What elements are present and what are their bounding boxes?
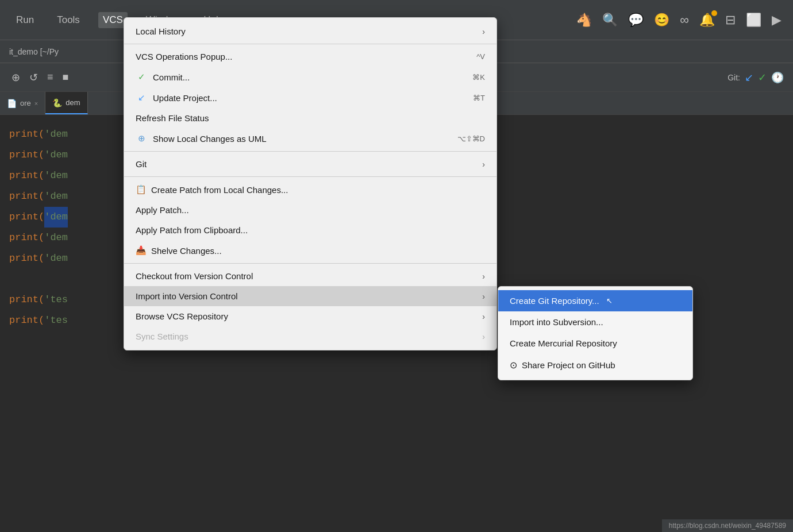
menu-item-refresh[interactable]: Refresh File Status [124,108,496,128]
create-patch-label: Create Patch from Local Changes... [151,185,288,195]
create-mercurial-label: Create Mercurial Repository [510,338,617,348]
menu-item-import-version-control[interactable]: Import into Version Control › Create Git… [124,286,496,306]
search-icon[interactable]: 🔍 [602,13,618,28]
code-keyword: print [9,228,39,248]
code-keyword: print [9,145,39,165]
separator-2 [124,151,496,152]
code-paren: ( [39,310,44,331]
toolbar-icon-1[interactable]: ⊕ [9,69,22,86]
menu-item-vcs-operations[interactable]: VCS Operations Popup... ^V [124,47,496,67]
code-keyword: print [9,165,39,186]
shelve-label: Shelve Changes... [151,246,222,256]
menu-item-shelve[interactable]: 📥 Shelve Changes... [124,240,496,261]
cursor-icon: ↖ [606,296,613,305]
tab-dem-icon: 🐍 [52,98,62,107]
face-icon[interactable]: 😊 [654,13,669,28]
git-label-menu: Git [136,159,147,169]
submenu-item-share-github[interactable]: ⊙ Share Project on GitHub [498,354,692,376]
create-git-label: Create Git Repository... [510,296,599,306]
code-paren: ( [39,290,44,310]
update-arrow-icon: ↙ [136,92,147,103]
menu-item-browse-vcs[interactable]: Browse VCS Repository › [124,306,496,326]
code-keyword: print [9,207,39,228]
menu-item-checkout[interactable]: Checkout from Version Control › [124,266,496,286]
import-svn-label: Import into Subversion... [510,317,603,327]
code-string: 'dem [44,145,68,165]
code-paren: ( [39,145,44,165]
code-line-9: print('tes [9,310,117,331]
menu-item-git[interactable]: Git › [124,154,496,174]
browse-vcs-arrow: › [482,312,485,321]
menu-item-local-history[interactable]: Local History › [124,21,496,41]
refresh-label: Refresh File Status [136,113,209,123]
menu-item-apply-patch[interactable]: Apply Patch... [124,200,496,220]
chat-icon[interactable]: 💬 [628,13,644,28]
layers-icon[interactable]: ⊟ [725,13,736,28]
git-arrow-icon: ↙ [745,71,753,84]
menu-item-sync-settings[interactable]: Sync Settings › [124,326,496,346]
uml-icon: ⊕ [136,133,147,144]
sync-settings-arrow: › [482,332,485,341]
code-string: 'dem [44,165,68,186]
code-paren: ( [39,165,44,186]
toolbar-icon-2[interactable]: ↺ [27,69,40,86]
menu-item-show-uml[interactable]: ⊕ Show Local Changes as UML ⌥⇧⌘D [124,128,496,149]
url-bar: https://blog.csdn.net/weixin_49487589 [662,519,793,532]
import-version-control-label: Import into Version Control [136,291,238,301]
git-check-icon: ✓ [758,71,767,84]
horse-icon[interactable]: 🐴 [576,13,592,28]
code-paren: ( [39,207,44,228]
tab-dem[interactable]: 🐍 dem [45,92,87,114]
menu-item-update-project[interactable]: ↙ Update Project... ⌘T [124,87,496,108]
code-string: 'tes [44,290,68,310]
code-string: 'tes [44,310,68,331]
code-keyword: print [9,186,39,207]
tab-dem-label: dem [66,98,80,107]
github-icon: ⊙ [510,360,517,371]
code-line-blank [9,269,117,290]
code-line-5: print('dem [9,207,117,228]
menu-item-apply-patch-clipboard[interactable]: Apply Patch from Clipboard... [124,220,496,240]
code-keyword: print [9,124,39,145]
code-string-highlight: 'dem [44,207,68,228]
menu-item-commit[interactable]: ✓ Commit... ⌘K [124,67,496,87]
share-github-label: Share Project on GitHub [522,360,615,370]
code-string: 'dem [44,228,68,248]
commit-check-icon: ✓ [136,72,147,82]
import-submenu: Create Git Repository... ↖ Import into S… [498,286,693,380]
checkout-arrow: › [482,272,485,281]
window-icon[interactable]: ⬜ [746,13,761,28]
menu-tools[interactable]: Tools [52,12,84,28]
code-line-4: print('dem [9,186,117,207]
submenu-item-import-svn[interactable]: Import into Subversion... [498,311,692,333]
creative-cloud-icon[interactable]: ∞ [680,13,689,28]
vcs-operations-label: VCS Operations Popup... [136,52,232,61]
commit-shortcut: ⌘K [472,73,485,82]
code-keyword: print [9,310,39,331]
menu-run[interactable]: Run [11,12,39,28]
vcs-operations-shortcut: ^V [476,52,485,61]
code-keyword: print [9,248,39,269]
tab-ore[interactable]: 📄 ore × [0,92,45,114]
tab-ore-icon: 📄 [7,99,17,108]
git-arrow: › [482,160,485,169]
code-editor: print('dem print('dem print('dem print('… [0,115,126,532]
submenu-item-create-git[interactable]: Create Git Repository... ↖ [498,290,692,311]
tab-ore-close[interactable]: × [34,100,38,107]
bell-icon[interactable]: 🔔 [699,13,715,28]
commit-label: Commit... [153,72,190,82]
toolbar-icon-3[interactable]: ≡ [45,69,56,86]
tab-ore-label: ore [20,99,31,107]
code-keyword: print [9,290,39,310]
shelve-icon: 📥 [136,245,147,256]
play-icon[interactable]: ▶ [772,13,782,28]
code-line-6: print('dem [9,228,117,248]
url-text: https://blog.csdn.net/weixin_49487589 [669,522,786,530]
submenu-item-create-mercurial[interactable]: Create Mercurial Repository [498,333,692,354]
toolbar-icon-4[interactable]: ■ [60,69,71,86]
code-line-3: print('dem [9,165,117,186]
code-line-2: print('dem [9,145,117,165]
code-line-7: print('dem [9,248,117,269]
menu-item-create-patch[interactable]: 📋 Create Patch from Local Changes... [124,179,496,200]
update-project-shortcut: ⌘T [473,94,485,102]
